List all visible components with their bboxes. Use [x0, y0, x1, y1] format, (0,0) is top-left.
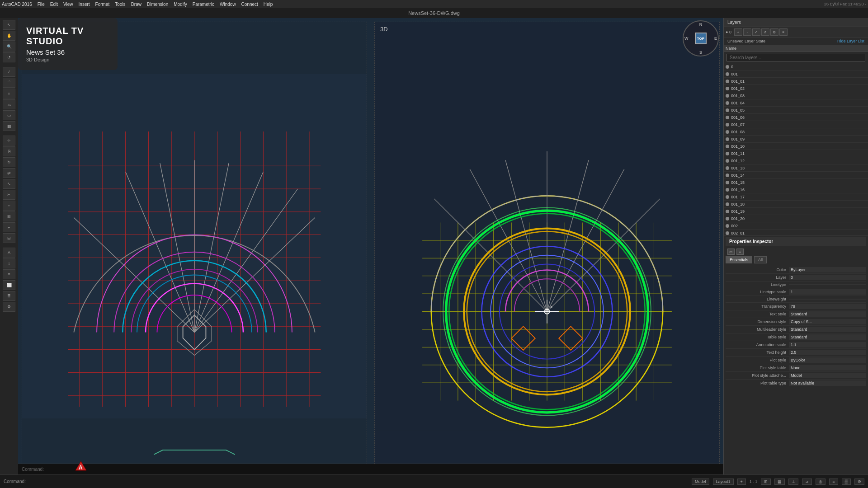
status-ortho[interactable]: ⊥ — [788, 479, 798, 485]
file-title: NewsSet-36-DWG.dwg — [408, 10, 460, 16]
tool-orbit[interactable]: ↺ — [3, 52, 15, 62]
layer-row[interactable]: 001_14 — [724, 172, 868, 179]
menu-window[interactable]: Window — [220, 2, 236, 7]
menu-draw[interactable]: Draw — [131, 2, 142, 7]
layer-btn-delete[interactable]: - — [743, 28, 751, 36]
status-lineweight[interactable]: ≡ — [829, 479, 838, 485]
layer-row[interactable]: 001 — [724, 70, 868, 78]
tool-move[interactable]: ⊹ — [3, 136, 15, 145]
tool-zoom[interactable]: 🔍 — [3, 42, 15, 52]
acad-logo: A — [75, 460, 87, 472]
prop-value — [789, 299, 866, 300]
tool-arc[interactable]: ⌓ — [3, 99, 15, 109]
layer-btn-new[interactable]: + — [734, 28, 742, 36]
menu-file[interactable]: File — [38, 2, 45, 7]
tool-settings[interactable]: ⚙ — [3, 302, 15, 312]
status-osnap[interactable]: ◎ — [816, 479, 826, 485]
tool-properties[interactable]: ≣ — [3, 291, 15, 301]
layer-row[interactable]: 001_05 — [724, 107, 868, 114]
status-grid[interactable]: ▦ — [774, 479, 785, 485]
status-snap[interactable]: ⊞ — [761, 479, 771, 485]
tool-copy[interactable]: ⎘ — [3, 146, 15, 156]
menu-autocad[interactable]: AutoCAD 2016 — [2, 2, 32, 7]
status-transparency[interactable]: ▒ — [842, 479, 851, 485]
menu-format[interactable]: Format — [95, 2, 110, 7]
menu-view[interactable]: View — [63, 2, 73, 7]
tool-dim[interactable]: ↕ — [3, 258, 15, 268]
properties-panel: Properties Inspector ▭ ≡ Essentials All … — [724, 235, 868, 389]
layer-btn-settings[interactable]: ⚙ — [770, 28, 778, 36]
compass-east: E — [714, 36, 717, 41]
layer-name-text: 001_02 — [731, 86, 866, 91]
tool-block[interactable]: ⬜ — [3, 280, 15, 290]
layer-row[interactable]: 001_01 — [724, 78, 868, 85]
layer-row[interactable]: 001_03 — [724, 92, 868, 99]
menu-modify[interactable]: Modify — [174, 2, 187, 7]
layer-row[interactable]: 001_08 — [724, 128, 868, 136]
tool-array[interactable]: ⊟ — [3, 233, 15, 243]
prop-value: ByLayer — [789, 267, 866, 272]
tool-polyline[interactable]: ⌒ — [3, 78, 15, 88]
tool-layer[interactable]: ≡ — [3, 269, 15, 279]
menu-dimension[interactable]: Dimension — [147, 2, 168, 7]
hide-layer-list[interactable]: Hide Layer List — [837, 39, 864, 43]
layer-row[interactable]: 002_01 — [724, 230, 868, 235]
menu-insert[interactable]: Insert — [79, 2, 90, 7]
layer-row[interactable]: 001_07 — [724, 121, 868, 128]
tool-line[interactable]: ∕ — [3, 67, 15, 77]
status-workspace[interactable]: ⚙ — [854, 479, 864, 485]
layer-row[interactable]: 001_11 — [724, 150, 868, 157]
tab-essentials[interactable]: Essentials — [726, 256, 752, 263]
layer-row[interactable]: 001_15 — [724, 179, 868, 186]
layer-row[interactable]: 001_06 — [724, 114, 868, 121]
tool-circle[interactable]: ○ — [3, 89, 15, 99]
tool-rectangle[interactable]: ▭ — [3, 110, 15, 120]
layer-btn-more[interactable]: ≡ — [779, 28, 788, 36]
tool-extend[interactable]: ↔ — [3, 201, 15, 211]
layer-row[interactable]: 001_09 — [724, 136, 868, 143]
menu-help[interactable]: Help — [264, 2, 273, 7]
layer-row[interactable]: 001_04 — [724, 99, 868, 107]
layer-row[interactable]: 001_17 — [724, 193, 868, 201]
tool-pan[interactable]: ✋ — [3, 31, 15, 41]
layer-row[interactable]: 0 — [724, 63, 868, 70]
layer-visibility-dot — [726, 188, 729, 192]
layer-row[interactable]: 001_16 — [724, 186, 868, 193]
layer-row[interactable]: 001_20 — [724, 215, 868, 222]
layer-name-text: 001_14 — [731, 173, 866, 178]
layer-btn-current[interactable]: ✓ — [752, 28, 760, 36]
menu-parametric[interactable]: Parametric — [193, 2, 214, 7]
layer-row[interactable]: 001_18 — [724, 201, 868, 208]
layer-search-input[interactable] — [726, 54, 865, 61]
tool-text[interactable]: A — [3, 248, 15, 258]
layer-visibility-dot — [726, 202, 729, 206]
layer-name-text: 001_19 — [731, 209, 866, 214]
tool-hatch[interactable]: ▦ — [3, 121, 15, 131]
brand-title: VIRTUAL TV STUDIO — [26, 26, 109, 47]
layer-row[interactable]: 001_19 — [724, 208, 868, 215]
model-tab-btn[interactable]: Model — [692, 479, 709, 485]
status-polar[interactable]: ⊿ — [802, 479, 812, 485]
viewport-3d[interactable]: 3D — [374, 22, 720, 471]
layer-row[interactable]: 001_12 — [724, 157, 868, 164]
tool-offset[interactable]: ⊞ — [3, 211, 15, 221]
tool-select[interactable]: ↖ — [3, 20, 15, 30]
command-input[interactable] — [47, 467, 720, 472]
menu-tools[interactable]: Tools — [115, 2, 125, 7]
layer-row[interactable]: 001_02 — [724, 85, 868, 92]
prop-label: Transparency — [726, 304, 789, 309]
menu-edit[interactable]: Edit — [50, 2, 58, 7]
layer-row[interactable]: 002 — [724, 222, 868, 230]
viewport-2d[interactable]: 2D — [22, 22, 367, 471]
menu-connect[interactable]: Connect — [241, 2, 258, 7]
layout1-btn[interactable]: Layout1 — [713, 479, 734, 485]
tool-scale[interactable]: ⤡ — [3, 179, 15, 189]
tab-all[interactable]: All — [754, 256, 767, 263]
layer-btn-refresh[interactable]: ↺ — [761, 28, 769, 36]
layer-row[interactable]: 001_10 — [724, 143, 868, 150]
tool-rotate[interactable]: ↻ — [3, 157, 15, 167]
tool-fillet[interactable]: ⌐ — [3, 222, 15, 232]
tool-trim[interactable]: ✂ — [3, 190, 15, 200]
layer-row[interactable]: 001_13 — [724, 164, 868, 172]
tool-mirror[interactable]: ⇌ — [3, 168, 15, 178]
